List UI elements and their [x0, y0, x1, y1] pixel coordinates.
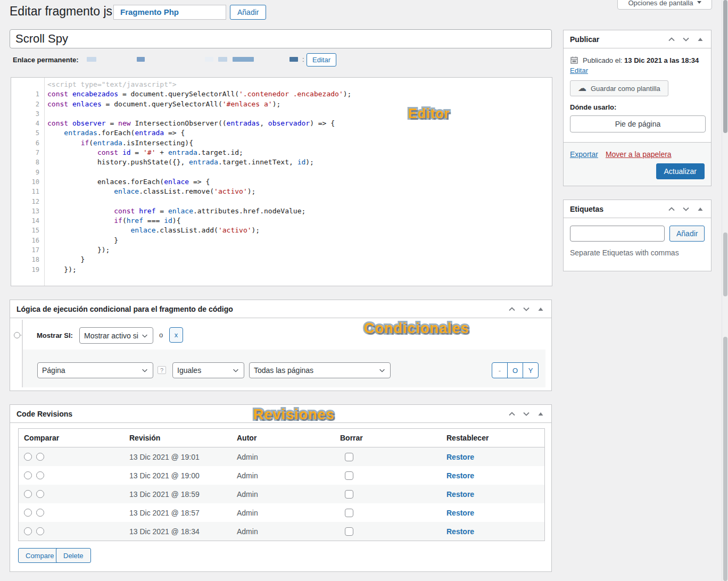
- condition-value-select[interactable]: Todas las páginas: [249, 362, 391, 378]
- compare-from-radio[interactable]: [24, 490, 32, 498]
- collapse-panel-icon[interactable]: [536, 410, 545, 418]
- condition-branch-node[interactable]: [14, 332, 20, 338]
- help-icon[interactable]: ?: [158, 366, 166, 374]
- code-line[interactable]: 19 });: [11, 265, 552, 275]
- code-line[interactable]: 13 const href = enlace.attributes.href.n…: [11, 206, 552, 216]
- update-button[interactable]: Actualizar: [656, 163, 705, 179]
- code-line[interactable]: 14 if(href === id){: [11, 216, 552, 226]
- compare-to-radio[interactable]: [36, 471, 44, 479]
- move-up-icon[interactable]: [667, 35, 676, 44]
- code-text: history.pushState({}, entrada.target.inn…: [44, 157, 314, 167]
- line-number: 12: [11, 197, 44, 206]
- code-line[interactable]: 2const enlaces = document.querySelectorA…: [11, 99, 552, 109]
- collapse-panel-icon[interactable]: [696, 35, 705, 44]
- move-down-icon[interactable]: [682, 205, 690, 213]
- tags-add-button[interactable]: Añadir: [669, 226, 705, 242]
- tags-panel-title: Etiquetas: [570, 205, 603, 213]
- compare-to-radio[interactable]: [36, 527, 44, 535]
- condition-subject-select[interactable]: Página: [37, 362, 153, 378]
- and-group-button[interactable]: Y: [523, 362, 539, 378]
- compare-button[interactable]: Compare: [18, 548, 61, 563]
- compare-from-radio[interactable]: [24, 471, 32, 479]
- move-to-trash-link[interactable]: Mover a la papelera: [606, 150, 672, 159]
- revision-author: Admin: [231, 453, 335, 461]
- code-line[interactable]: 4const observer = new IntersectionObserv…: [11, 119, 552, 128]
- redacted-segment: [137, 57, 145, 62]
- code-text: enlace.classList.remove('activo');: [44, 187, 255, 196]
- code-editor[interactable]: <script type="text/javascript">1const en…: [11, 77, 552, 286]
- code-lines: <script type="text/javascript">1const en…: [11, 78, 552, 275]
- revision-row: 13 Dic 2021 @ 19:01AdminRestore: [19, 447, 544, 466]
- column-header-autor: Autor: [231, 434, 335, 442]
- move-up-icon[interactable]: [508, 410, 516, 418]
- remove-group-button[interactable]: -: [492, 362, 508, 378]
- snippet-type-field[interactable]: Fragmento Php: [113, 5, 226, 20]
- scrollbar-thumb[interactable]: [723, 337, 727, 581]
- compare-to-radio[interactable]: [36, 453, 44, 461]
- condition-mode-select[interactable]: Mostrar activo si: [79, 327, 153, 344]
- code-line[interactable]: 16 }: [11, 236, 552, 245]
- code-line[interactable]: 1const encabezados = document.querySelec…: [11, 89, 552, 99]
- move-down-icon[interactable]: [522, 305, 531, 313]
- screen-options-tab[interactable]: Opciones de pantalla: [617, 0, 712, 10]
- line-number: 10: [11, 177, 44, 187]
- line-number: 11: [11, 187, 44, 196]
- publish-edit-link[interactable]: Editar: [570, 67, 588, 74]
- revisions-panel-title: Code Revisions: [16, 410, 72, 418]
- code-line[interactable]: 10 enlaces.forEach(enlace => {: [11, 177, 552, 187]
- code-line[interactable]: 7 const id = '#' + entrada.target.id;: [11, 148, 552, 157]
- column-header-comparar: Comparar: [19, 434, 124, 442]
- collapse-panel-icon[interactable]: [696, 205, 705, 213]
- remove-condition-button[interactable]: x: [169, 327, 183, 343]
- restore-link[interactable]: Restore: [446, 509, 474, 517]
- collapse-panel-icon[interactable]: [536, 305, 545, 313]
- or-group-button[interactable]: O: [507, 362, 523, 378]
- move-up-icon[interactable]: [667, 205, 676, 213]
- code-line[interactable]: 5 entradas.forEach(entrada => {: [11, 128, 552, 138]
- code-line[interactable]: 12: [11, 197, 552, 206]
- move-down-icon[interactable]: [522, 410, 531, 418]
- restore-link[interactable]: Restore: [446, 471, 474, 480]
- where-to-use-label: Dónde usarlo:: [570, 103, 705, 111]
- code-line[interactable]: 17 });: [11, 245, 552, 255]
- scrollbar-thumb[interactable]: [723, 233, 727, 296]
- screen-options-label: Opciones de pantalla: [628, 0, 693, 7]
- move-down-icon[interactable]: [682, 35, 690, 44]
- code-line[interactable]: 3: [11, 109, 552, 119]
- delete-checkbox[interactable]: [345, 509, 353, 517]
- permalink-edit-button[interactable]: Editar: [307, 53, 336, 67]
- column-header-restablecer: Restablecer: [441, 434, 545, 442]
- compare-to-radio[interactable]: [36, 509, 44, 517]
- code-line[interactable]: <script type="text/javascript">: [11, 80, 552, 89]
- code-line[interactable]: 8 history.pushState({}, entrada.target.i…: [11, 157, 552, 167]
- restore-link[interactable]: Restore: [446, 490, 474, 499]
- tags-input[interactable]: [570, 226, 665, 242]
- code-line[interactable]: 6 if(entrada.isIntersecting){: [11, 138, 552, 148]
- snippet-title-input[interactable]: [10, 29, 552, 48]
- compare-from-radio[interactable]: [24, 509, 32, 517]
- code-line[interactable]: 15 enlace.classList.add('activo');: [11, 226, 552, 235]
- save-template-button[interactable]: ☁ Guardar como plantilla: [570, 80, 668, 96]
- delete-checkbox[interactable]: [345, 527, 353, 536]
- move-up-icon[interactable]: [508, 305, 516, 313]
- compare-to-radio[interactable]: [36, 490, 44, 498]
- add-new-button[interactable]: Añadir: [230, 5, 266, 20]
- condition-operator-select[interactable]: Iguales: [172, 362, 244, 378]
- where-to-use-value[interactable]: Pie de página: [570, 115, 706, 132]
- page-scrollbar[interactable]: [722, 0, 728, 581]
- restore-link[interactable]: Restore: [446, 453, 474, 461]
- compare-from-radio[interactable]: [24, 453, 32, 461]
- scrollbar-thumb[interactable]: [723, 0, 727, 133]
- condition-group-buttons: - O Y: [492, 362, 539, 378]
- code-line[interactable]: 11 enlace.classList.remove('activo');: [11, 187, 552, 196]
- export-link[interactable]: Exportar: [570, 150, 598, 159]
- restore-link[interactable]: Restore: [446, 527, 474, 536]
- redacted-segment: [233, 57, 254, 62]
- delete-checkbox[interactable]: [345, 490, 353, 499]
- delete-checkbox[interactable]: [345, 471, 353, 480]
- compare-from-radio[interactable]: [24, 527, 32, 535]
- delete-button[interactable]: Delete: [56, 548, 91, 563]
- delete-checkbox[interactable]: [345, 453, 353, 461]
- code-line[interactable]: 9: [11, 168, 552, 177]
- code-line[interactable]: 18 }: [11, 255, 552, 264]
